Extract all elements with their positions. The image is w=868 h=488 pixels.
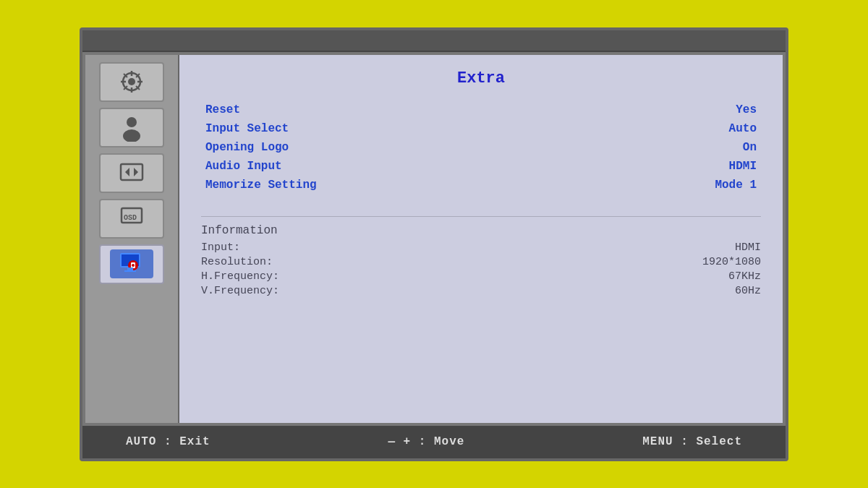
main-panel: Extra Reset Yes Input Select Auto Openin… bbox=[179, 55, 783, 423]
info-title: Information bbox=[201, 224, 761, 237]
info-label: Resolution: bbox=[201, 256, 273, 268]
osd-icon: OSD bbox=[117, 204, 146, 233]
monitor-content: OSD bbox=[82, 52, 786, 458]
monitor-top-bar bbox=[82, 30, 786, 52]
info-row: Input: HDMI bbox=[201, 241, 761, 254]
sidebar-item-brightness[interactable] bbox=[99, 62, 164, 102]
svg-marker-14 bbox=[134, 168, 138, 176]
setting-value: Yes bbox=[509, 100, 761, 119]
svg-rect-12 bbox=[121, 164, 142, 180]
setting-value: Mode 1 bbox=[509, 176, 761, 194]
table-row: Audio Input HDMI bbox=[201, 157, 761, 176]
display-icon bbox=[117, 158, 146, 187]
info-value: 67KHz bbox=[728, 270, 761, 283]
move-hint: — + : Move bbox=[388, 435, 464, 448]
svg-point-11 bbox=[123, 129, 140, 142]
svg-point-10 bbox=[127, 117, 137, 127]
sidebar-item-display[interactable] bbox=[99, 153, 164, 193]
svg-marker-13 bbox=[125, 168, 129, 176]
wrench-monitor-icon bbox=[117, 249, 146, 278]
table-row: Memorize Setting Mode 1 bbox=[201, 176, 761, 194]
setting-value: Auto bbox=[509, 119, 761, 138]
info-value: 1920*1080 bbox=[702, 256, 761, 268]
setting-value: On bbox=[509, 138, 761, 157]
svg-rect-23 bbox=[124, 270, 136, 272]
osd-area: OSD bbox=[82, 52, 786, 426]
sidebar-item-osd[interactable]: OSD bbox=[99, 199, 164, 239]
info-row: H.Frequency: 67KHz bbox=[201, 270, 761, 283]
auto-exit-hint: AUTO : Exit bbox=[126, 435, 210, 448]
table-row: Reset Yes bbox=[201, 100, 761, 119]
svg-point-21 bbox=[132, 264, 135, 267]
table-row: Input Select Auto bbox=[201, 119, 761, 138]
setting-label: Opening Logo bbox=[201, 138, 509, 157]
setting-label: Reset bbox=[201, 100, 509, 119]
info-value: HDMI bbox=[735, 241, 761, 254]
svg-text:OSD: OSD bbox=[124, 214, 137, 222]
info-value: 60Hz bbox=[735, 285, 761, 297]
person-icon bbox=[117, 113, 146, 142]
sidebar-item-color[interactable] bbox=[99, 108, 164, 147]
sidebar-item-extra[interactable] bbox=[99, 244, 164, 284]
setting-value: HDMI bbox=[509, 157, 761, 176]
bottom-bar: AUTO : Exit — + : Move MENU : Select bbox=[82, 426, 786, 458]
svg-rect-22 bbox=[127, 267, 133, 270]
panel-title: Extra bbox=[201, 69, 761, 87]
extra-icon-bg bbox=[110, 249, 153, 278]
sidebar: OSD bbox=[85, 55, 179, 423]
setting-label: Audio Input bbox=[201, 157, 509, 176]
monitor-frame: OSD bbox=[80, 27, 788, 461]
svg-point-1 bbox=[128, 78, 135, 85]
info-rows-container: Input: HDMI Resolution: 1920*1080 H.Freq… bbox=[201, 241, 761, 297]
divider bbox=[201, 216, 761, 217]
wheel-icon bbox=[117, 67, 146, 96]
info-label: H.Frequency: bbox=[201, 270, 279, 283]
menu-select-hint: MENU : Select bbox=[642, 435, 742, 448]
setting-label: Memorize Setting bbox=[201, 176, 509, 194]
info-label: V.Frequency: bbox=[201, 285, 279, 297]
table-row: Opening Logo On bbox=[201, 138, 761, 157]
setting-label: Input Select bbox=[201, 119, 509, 138]
info-row: V.Frequency: 60Hz bbox=[201, 285, 761, 297]
info-label: Input: bbox=[201, 241, 240, 254]
info-row: Resolution: 1920*1080 bbox=[201, 256, 761, 268]
settings-table: Reset Yes Input Select Auto Opening Logo… bbox=[201, 100, 761, 194]
information-section: Information Input: HDMI Resolution: 1920… bbox=[201, 224, 761, 299]
